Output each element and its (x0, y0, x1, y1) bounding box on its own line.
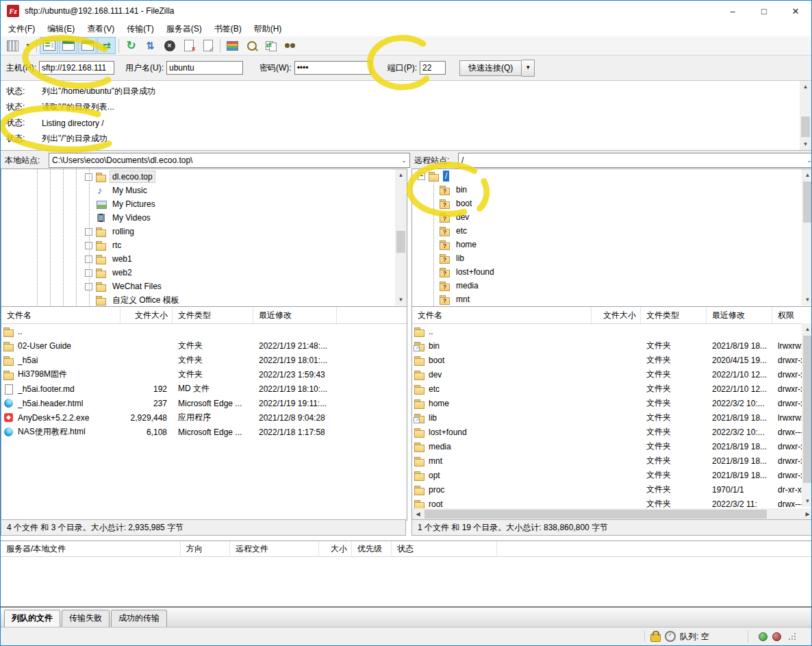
remote-tree-item[interactable]: etc (412, 224, 812, 238)
file-row[interactable]: opt 文件夹 2021/8/19 18... drwxr-xr-x (412, 468, 812, 482)
cancel-button[interactable]: × (160, 37, 179, 54)
menu-item[interactable]: 帮助(H) (248, 22, 288, 36)
file-row[interactable]: NAS使用教程.html 6,108 Microsoft Edge ... 20… (1, 425, 407, 439)
column-header[interactable]: 权限 (772, 307, 804, 323)
menu-item[interactable]: 服务器(S) (160, 22, 208, 36)
tree-expander[interactable]: − (418, 173, 425, 180)
file-row[interactable]: bin 文件夹 2021/8/19 18... lrwxrwxrwx (412, 338, 812, 353)
local-tree-item[interactable]: web1 (1, 252, 407, 266)
chevron-down-icon[interactable]: ⌄ (398, 157, 409, 164)
queue-tab[interactable]: 列队的文件 (4, 610, 60, 628)
quickconnect-dropdown[interactable]: ▼ (522, 60, 535, 77)
remote-tree-item[interactable]: bin (412, 183, 812, 197)
file-row[interactable]: root 文件夹 2022/3/2 11: drwx------ (412, 497, 812, 508)
remote-tree-item[interactable]: dev (412, 210, 812, 224)
file-row[interactable]: Hi3798M固件 文件夹 2022/1/23 1:59:43 (1, 367, 407, 382)
column-header[interactable]: 优先级 (352, 541, 392, 556)
remote-tree-item[interactable]: lost+found (412, 265, 812, 279)
remote-list-vscrollbar[interactable]: ▲ ▼ (802, 323, 812, 507)
scroll-left-arrow[interactable]: ◀ (412, 508, 424, 520)
scroll-up-arrow[interactable]: ▲ (802, 169, 812, 181)
local-tree-item[interactable]: 自定义 Office 模板 (1, 293, 407, 307)
scroll-up-arrow[interactable]: ▲ (802, 323, 812, 335)
resize-grip[interactable] (788, 632, 796, 641)
local-tree-item[interactable]: My Music (1, 184, 407, 197)
site-manager-dropdown[interactable]: ▼ (23, 37, 34, 54)
file-row[interactable]: _h5ai.header.html 237 Microsoft Edge ...… (1, 396, 407, 410)
reconnect-button[interactable]: ✓ (199, 37, 217, 54)
column-header[interactable]: 远程文件 (230, 541, 319, 556)
minimize-button[interactable]: – (717, 1, 748, 21)
column-header[interactable]: 最近修改 (707, 307, 772, 323)
scroll-up-arrow[interactable]: ▲ (395, 169, 407, 181)
find-files-button[interactable] (242, 37, 261, 54)
synchronized-browsing-button[interactable]: ⇄ (262, 37, 280, 54)
column-header[interactable]: 文件类型 (173, 307, 253, 323)
menu-item[interactable]: 文件(F) (2, 22, 41, 36)
remote-tree-item[interactable]: boot (412, 197, 812, 210)
chevron-down-icon[interactable]: ⌄ (804, 157, 812, 164)
file-row[interactable]: mnt 文件夹 2021/8/19 18... drwxr-xr-x (412, 454, 812, 468)
scrollbar-thumb[interactable] (801, 116, 810, 137)
scrollbar-thumb[interactable] (396, 231, 405, 253)
host-input[interactable] (39, 61, 114, 75)
scrollbar-thumb[interactable] (424, 510, 767, 519)
menu-item[interactable]: 书签(B) (208, 22, 248, 36)
scroll-right-arrow[interactable]: ▶ (802, 508, 812, 520)
file-row[interactable]: .. (412, 324, 812, 338)
column-header[interactable]: 文件类型 (641, 307, 707, 323)
file-row[interactable]: lost+found 文件夹 2022/3/2 10:... drwx-----… (412, 425, 812, 439)
maximize-button[interactable]: □ (748, 1, 780, 21)
scrollbar-thumb[interactable] (803, 182, 812, 223)
remote-tree-item[interactable]: home (412, 238, 812, 251)
file-row[interactable]: boot 文件夹 2020/4/15 19... drwxr-xr-x (412, 353, 812, 367)
password-input[interactable] (294, 61, 371, 75)
column-header[interactable]: 方向 (181, 541, 230, 556)
menu-item[interactable]: 编辑(E) (41, 22, 81, 36)
file-row[interactable]: home 文件夹 2022/3/2 10:... drwxr-xr-x (412, 396, 812, 410)
file-row[interactable]: 02-User Guide 文件夹 2022/1/19 21:48:... (1, 338, 407, 353)
scroll-down-arrow[interactable]: ▼ (800, 138, 811, 150)
local-tree-item[interactable]: WeChat Files (1, 279, 407, 293)
remote-list-hscrollbar[interactable]: ◀ ▶ (412, 508, 812, 520)
log-scrollbar[interactable]: ▲ ▼ (800, 81, 811, 150)
queue-tab[interactable]: 传输失败 (62, 610, 110, 628)
file-row[interactable]: proc 文件夹 1970/1/1 dr-xr-xr-x (412, 482, 812, 497)
remote-tree-item[interactable]: mnt (412, 293, 812, 306)
column-header[interactable]: 状态 (392, 541, 497, 556)
remote-tree-item[interactable]: media (412, 279, 812, 293)
remote-tree-item[interactable]: lib (412, 251, 812, 265)
local-tree-item[interactable]: dl.ecoo.top (1, 170, 407, 184)
scroll-down-arrow[interactable]: ▼ (802, 495, 812, 507)
toggle-remote-tree-button[interactable] (78, 37, 97, 54)
column-header[interactable]: 文件名 (1, 307, 120, 323)
queue-tab[interactable]: 成功的传输 (111, 610, 167, 628)
remote-site-combo[interactable]: / ⌄ (458, 153, 812, 168)
close-button[interactable]: ✕ (780, 1, 811, 21)
port-input[interactable] (420, 61, 446, 75)
remote-tree-root[interactable]: − / (412, 169, 812, 183)
speed-gauge-icon[interactable] (665, 631, 676, 642)
local-tree-item[interactable]: web2 (1, 266, 407, 279)
username-input[interactable] (166, 61, 243, 75)
disconnect-button[interactable]: × (179, 37, 198, 54)
quickconnect-button[interactable]: 快速连接(Q) (459, 60, 522, 76)
scroll-down-arrow[interactable]: ▼ (802, 294, 812, 306)
file-row[interactable]: _h5ai 文件夹 2022/1/19 18:01:... (1, 353, 407, 367)
remote-tree-scrollbar[interactable]: ▲ ▼ (802, 169, 812, 306)
refresh-button[interactable]: ↻ (122, 37, 140, 54)
column-header[interactable]: 文件大小 (592, 307, 641, 323)
file-row[interactable]: _h5ai.footer.md 192 MD 文件 2022/1/19 18:1… (1, 382, 407, 396)
process-queue-button[interactable]: ⇅ (141, 37, 160, 54)
directory-comparison-button[interactable] (223, 37, 242, 54)
filter-button[interactable] (281, 37, 299, 54)
local-tree-item[interactable]: My Videos (1, 211, 407, 225)
file-row[interactable]: media 文件夹 2021/8/19 18... drwxr-xr-x (412, 439, 812, 454)
file-row[interactable]: .. (1, 324, 407, 338)
toggle-queue-button[interactable]: ⇄ (97, 37, 116, 54)
scroll-up-arrow[interactable]: ▲ (800, 81, 811, 92)
menu-item[interactable]: 查看(V) (81, 22, 120, 36)
scrollbar-thumb[interactable] (803, 336, 812, 483)
column-header[interactable]: 最近修改 (253, 307, 337, 323)
file-row[interactable]: dev 文件夹 2022/1/10 12... drwxr-xr-x (412, 367, 812, 382)
